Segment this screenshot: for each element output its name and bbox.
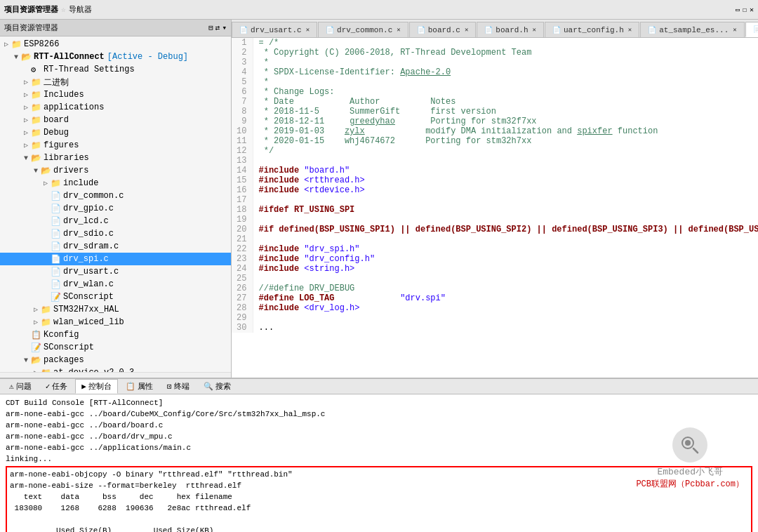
tree-item-label: drv_lcd.c xyxy=(63,216,109,226)
tree-item-sconscript-drivers[interactable]: 📝 SConscript xyxy=(0,291,231,303)
tree-item-kconfig[interactable]: 📋 Kconfig xyxy=(0,328,231,341)
code-line: 9 * 2018-12-11 greedyhao Porting for stm… xyxy=(232,117,758,126)
line-number: 1 xyxy=(232,38,253,48)
tab-close-icon[interactable]: ✕ xyxy=(628,26,632,34)
tab-close-icon[interactable]: ✕ xyxy=(733,26,736,34)
code-line: 20 #if defined(BSP_USING_SPI1) || define… xyxy=(232,225,758,234)
tab-close-icon[interactable]: ✕ xyxy=(397,26,400,34)
tab-drv-common[interactable]: 📄 drv_common.c ✕ xyxy=(318,22,408,37)
tree-item-include[interactable]: ▷ 📁 include xyxy=(0,177,231,189)
tree-item-board[interactable]: ▷ 📁 board xyxy=(0,114,231,126)
folder-icon: 📁 xyxy=(31,115,42,126)
code-line: 29 xyxy=(232,313,758,323)
tree-item-rt-thread-settings[interactable]: ⚙ RT-Thread Settings xyxy=(0,63,231,76)
tree-item-wlan-wiced[interactable]: ▷ 📁 wlan_wiced_lib xyxy=(0,316,231,328)
tree-item-label: wlan_wiced_lib xyxy=(53,317,124,327)
tree-root-esp8266[interactable]: ▷ 📁 ESP8266 xyxy=(0,38,231,51)
line-number: 21 xyxy=(232,234,253,244)
collapse-all-icon[interactable]: ⊟ xyxy=(208,23,213,32)
tree-item-includes[interactable]: ▷ 📁 Includes xyxy=(0,88,231,101)
tab-close-icon[interactable]: ✕ xyxy=(306,26,310,34)
tree-item-stm32h7[interactable]: ▷ 📁 STM32H7xx_HAL xyxy=(0,303,231,316)
tab-label: uart_config.h xyxy=(564,26,624,34)
panel-menu-icon[interactable]: ▾ xyxy=(222,23,227,32)
link-editor-icon[interactable]: ⇄ xyxy=(215,23,220,32)
svg-line-2 xyxy=(693,448,698,453)
maximize-icon[interactable]: ☐ xyxy=(743,6,747,14)
tree-item-figures[interactable]: ▷ 📁 figures xyxy=(0,139,231,152)
tree-item-binary[interactable]: ▷ 📁 二进制 xyxy=(0,76,231,88)
tree-item-debug[interactable]: ▷ 📁 Debug xyxy=(0,126,231,139)
tree-item-drv-lcd[interactable]: 📄 drv_lcd.c xyxy=(0,215,231,227)
line-code: * 2020-01-15 whj4674672 Porting for stm3… xyxy=(253,136,758,146)
search-icon: 🔍 xyxy=(204,382,213,391)
line-number: 27 xyxy=(232,293,253,303)
bottom-tab-properties[interactable]: 📋 属性 xyxy=(119,379,159,394)
tree-item-drv-spi[interactable]: 📄 drv_spi.c xyxy=(0,253,231,265)
project-explorer-label: 项目资源管理器 xyxy=(4,4,58,15)
expand-icon: ▷ xyxy=(31,318,41,326)
tab-close-icon[interactable]: ✕ xyxy=(533,26,536,34)
tab-board-h[interactable]: 📄 board.h ✕ xyxy=(477,22,544,37)
tree-item-drv-gpio[interactable]: 📄 drv_gpio.c xyxy=(0,202,231,215)
tab-board-c[interactable]: 📄 board.c ✕ xyxy=(409,22,477,37)
line-number: 6 xyxy=(232,87,253,97)
tree-item-drv-sdram[interactable]: 📄 drv_sdram.c xyxy=(0,240,231,253)
code-line: 11 * 2020-01-15 whj4674672 Porting for s… xyxy=(232,136,758,146)
tree-item-drv-sdio[interactable]: 📄 drv_sdio.c xyxy=(0,227,231,240)
watermark-logo xyxy=(672,427,707,463)
code-line: 26 //#define DRV_DEBUG xyxy=(232,284,758,293)
code-editor[interactable]: 1 = /* 2 * Copyright (C) 2006-2018, RT-T… xyxy=(232,38,758,378)
line-code: #include <drv_log.h> xyxy=(253,303,758,313)
bottom-tab-search[interactable]: 🔍 搜索 xyxy=(197,379,237,394)
tree-item-libraries[interactable]: ▼ 📂 libraries xyxy=(0,152,231,164)
tree-area[interactable]: ▷ 📁 ESP8266 ▼ 📂 RTT-AllConnect [Active -… xyxy=(0,36,231,372)
line-number: 15 xyxy=(232,175,253,185)
tree-item-applications[interactable]: ▷ 📁 applications xyxy=(0,101,231,114)
line-code: #define LOG_TAG "drv.spi" xyxy=(253,293,758,303)
expand-icon: ▷ xyxy=(41,179,51,187)
tree-item-rtt-allconnect[interactable]: ▼ 📂 RTT-AllConnect [Active - Debug] xyxy=(0,51,231,63)
tree-item-drv-common[interactable]: 📄 drv_common.c xyxy=(0,189,231,202)
close-icon[interactable]: ✕ xyxy=(750,6,754,14)
folder-icon: 📁 xyxy=(31,90,42,100)
tree-item-drivers[interactable]: ▼ 📂 drivers xyxy=(0,164,231,177)
line-code xyxy=(253,313,758,323)
tree-item-packages[interactable]: ▼ 📂 packages xyxy=(0,354,231,366)
tree-item-at-device[interactable]: ▷ 📁 at_device-v2.0.3 xyxy=(0,366,231,372)
tree-item-label: packages xyxy=(44,355,84,365)
line-code: * SPDX-License-Identifier: Apache-2.0 xyxy=(253,67,758,77)
tree-item-label: ESP8266 xyxy=(24,39,59,49)
tree-item-drv-usart[interactable]: 📄 drv_usart.c xyxy=(0,265,231,278)
expand-icon: ▼ xyxy=(11,53,21,61)
line-code xyxy=(253,234,758,244)
line-code: = /* xyxy=(253,38,758,48)
line-code: * Copyright (C) 2006-2018, RT-Thread Dev… xyxy=(253,48,758,58)
tab-close-icon[interactable]: ✕ xyxy=(465,26,468,34)
bottom-tab-console[interactable]: ▶ 控制台 xyxy=(75,379,118,394)
tab-drv-spi[interactable]: 📄 drv_spi.c ✕ xyxy=(745,22,758,37)
top-toolbar: 项目资源管理器 ☆ 导航器 ▭ ☐ ✕ xyxy=(0,0,758,20)
root-folder-icon: 📁 xyxy=(11,39,22,50)
expand-icon: ▷ xyxy=(21,116,31,124)
line-number: 2 xyxy=(232,48,253,58)
script-file-icon: 📝 xyxy=(51,292,62,302)
bottom-tab-problems[interactable]: ⚠ 问题 xyxy=(3,379,38,394)
minimize-icon[interactable]: ▭ xyxy=(736,6,740,14)
left-panel-scrollbar[interactable] xyxy=(0,372,231,378)
config-file-icon: 📋 xyxy=(31,330,42,340)
tab-at-sample[interactable]: 📄 at_sample_es... ✕ xyxy=(640,22,744,37)
tree-item-sconscript-root[interactable]: 📝 SConscript xyxy=(0,341,231,354)
bottom-tab-tasks[interactable]: ✓ 任务 xyxy=(39,379,74,394)
line-code: * 2018-12-11 greedyhao Porting for stm32… xyxy=(253,117,758,126)
tab-uart-config[interactable]: 📄 uart_config.h ✕ xyxy=(545,22,639,37)
line-code: * 2019-01-03 zylx modify DMA initializat… xyxy=(253,126,758,136)
watermark: Embeded小飞哥 PCB联盟网（Pcbbar.com） xyxy=(636,427,744,490)
tree-item-drv-wlan[interactable]: 📄 drv_wlan.c xyxy=(0,278,231,291)
watermark-name: Embeded小飞哥 xyxy=(636,465,744,478)
tab-drv-usart[interactable]: 📄 drv_usart.c ✕ xyxy=(232,22,317,37)
line-code: * Date Author Notes xyxy=(253,97,758,107)
tree-item-label: drv_wlan.c xyxy=(63,279,114,289)
line-number: 30 xyxy=(232,323,253,333)
bottom-tab-terminal[interactable]: ⊡ 终端 xyxy=(161,379,196,394)
